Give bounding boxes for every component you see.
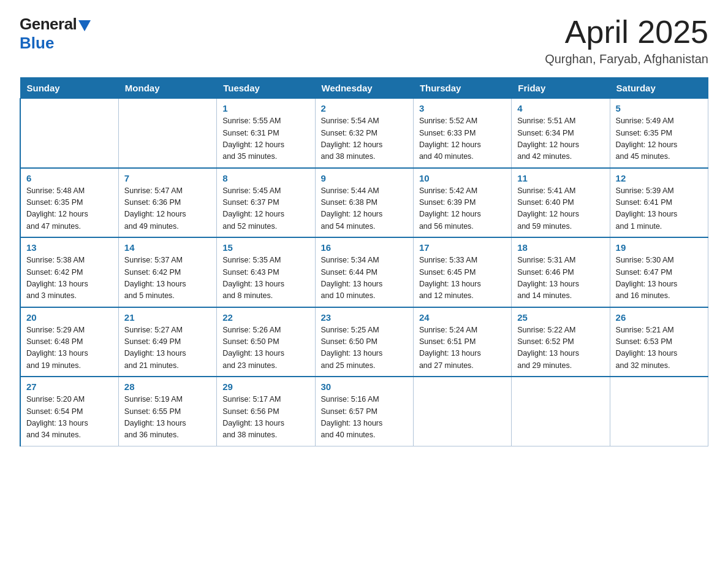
- calendar-cell: 23Sunrise: 5:25 AM Sunset: 6:50 PM Dayli…: [315, 307, 413, 377]
- day-info: Sunrise: 5:27 AM Sunset: 6:49 PM Dayligh…: [124, 324, 211, 372]
- calendar-row: 27Sunrise: 5:20 AM Sunset: 6:54 PM Dayli…: [20, 377, 708, 446]
- day-info: Sunrise: 5:39 AM Sunset: 6:41 PM Dayligh…: [616, 185, 702, 233]
- day-info: Sunrise: 5:51 AM Sunset: 6:34 PM Dayligh…: [517, 115, 604, 163]
- calendar-cell: [118, 99, 216, 168]
- calendar-cell: 5Sunrise: 5:49 AM Sunset: 6:35 PM Daylig…: [610, 99, 708, 168]
- calendar-cell: 7Sunrise: 5:47 AM Sunset: 6:36 PM Daylig…: [118, 168, 216, 238]
- calendar-table: SundayMondayTuesdayWednesdayThursdayFrid…: [20, 77, 708, 446]
- day-number: 26: [616, 312, 702, 323]
- calendar-cell: 1Sunrise: 5:55 AM Sunset: 6:31 PM Daylig…: [217, 99, 315, 168]
- day-number: 6: [26, 173, 113, 183]
- day-number: 27: [26, 381, 113, 392]
- calendar-cell: 25Sunrise: 5:22 AM Sunset: 6:52 PM Dayli…: [512, 307, 610, 377]
- calendar-row: 13Sunrise: 5:38 AM Sunset: 6:42 PM Dayli…: [20, 237, 708, 307]
- col-header-friday: Friday: [512, 78, 610, 99]
- day-info: Sunrise: 5:49 AM Sunset: 6:35 PM Dayligh…: [616, 115, 702, 163]
- day-number: 28: [124, 381, 211, 392]
- calendar-cell: 10Sunrise: 5:42 AM Sunset: 6:39 PM Dayli…: [413, 168, 511, 238]
- col-header-monday: Monday: [118, 78, 216, 99]
- day-number: 3: [419, 103, 506, 113]
- month-title: April 2025: [545, 15, 708, 50]
- calendar-row: 20Sunrise: 5:29 AM Sunset: 6:48 PM Dayli…: [20, 307, 708, 377]
- day-number: 29: [222, 381, 309, 392]
- day-number: 11: [517, 173, 604, 183]
- col-header-thursday: Thursday: [413, 78, 511, 99]
- logo: General Blue: [20, 15, 91, 53]
- logo-general-text: General: [20, 15, 77, 34]
- day-info: Sunrise: 5:38 AM Sunset: 6:42 PM Dayligh…: [26, 255, 113, 302]
- day-info: Sunrise: 5:45 AM Sunset: 6:37 PM Dayligh…: [222, 185, 309, 233]
- day-info: Sunrise: 5:52 AM Sunset: 6:33 PM Dayligh…: [419, 115, 506, 163]
- day-info: Sunrise: 5:17 AM Sunset: 6:56 PM Dayligh…: [222, 394, 309, 442]
- day-number: 2: [321, 103, 408, 113]
- day-info: Sunrise: 5:30 AM Sunset: 6:47 PM Dayligh…: [616, 255, 702, 302]
- day-info: Sunrise: 5:34 AM Sunset: 6:44 PM Dayligh…: [321, 255, 408, 302]
- day-number: 8: [222, 173, 309, 183]
- calendar-cell: 8Sunrise: 5:45 AM Sunset: 6:37 PM Daylig…: [217, 168, 315, 238]
- logo-blue-text: Blue: [20, 34, 54, 53]
- calendar-cell: 19Sunrise: 5:30 AM Sunset: 6:47 PM Dayli…: [610, 237, 708, 307]
- calendar-cell: 11Sunrise: 5:41 AM Sunset: 6:40 PM Dayli…: [512, 168, 610, 238]
- calendar-cell: 27Sunrise: 5:20 AM Sunset: 6:54 PM Dayli…: [20, 377, 118, 446]
- calendar-cell: [413, 377, 511, 446]
- day-number: 21: [124, 312, 211, 323]
- day-info: Sunrise: 5:22 AM Sunset: 6:52 PM Dayligh…: [517, 324, 604, 372]
- col-header-sunday: Sunday: [20, 78, 118, 99]
- day-number: 1: [222, 103, 309, 113]
- calendar-cell: 6Sunrise: 5:48 AM Sunset: 6:35 PM Daylig…: [20, 168, 118, 238]
- day-number: 7: [124, 173, 211, 183]
- calendar-cell: 21Sunrise: 5:27 AM Sunset: 6:49 PM Dayli…: [118, 307, 216, 377]
- calendar-header-row: SundayMondayTuesdayWednesdayThursdayFrid…: [20, 78, 708, 99]
- day-number: 9: [321, 173, 408, 183]
- col-header-saturday: Saturday: [610, 78, 708, 99]
- day-info: Sunrise: 5:42 AM Sunset: 6:39 PM Dayligh…: [419, 185, 506, 233]
- calendar-cell: 4Sunrise: 5:51 AM Sunset: 6:34 PM Daylig…: [512, 99, 610, 168]
- day-number: 15: [222, 242, 309, 253]
- calendar-cell: 20Sunrise: 5:29 AM Sunset: 6:48 PM Dayli…: [20, 307, 118, 377]
- day-info: Sunrise: 5:41 AM Sunset: 6:40 PM Dayligh…: [517, 185, 604, 233]
- calendar-cell: 9Sunrise: 5:44 AM Sunset: 6:38 PM Daylig…: [315, 168, 413, 238]
- calendar-cell: 28Sunrise: 5:19 AM Sunset: 6:55 PM Dayli…: [118, 377, 216, 446]
- page-header: General Blue April 2025 Qurghan, Faryab,…: [20, 15, 708, 66]
- calendar-cell: [512, 377, 610, 446]
- day-info: Sunrise: 5:44 AM Sunset: 6:38 PM Dayligh…: [321, 185, 408, 233]
- calendar-row: 1Sunrise: 5:55 AM Sunset: 6:31 PM Daylig…: [20, 99, 708, 168]
- calendar-cell: 13Sunrise: 5:38 AM Sunset: 6:42 PM Dayli…: [20, 237, 118, 307]
- day-info: Sunrise: 5:54 AM Sunset: 6:32 PM Dayligh…: [321, 115, 408, 163]
- day-number: 14: [124, 242, 211, 253]
- day-info: Sunrise: 5:33 AM Sunset: 6:45 PM Dayligh…: [419, 255, 506, 302]
- calendar-cell: 22Sunrise: 5:26 AM Sunset: 6:50 PM Dayli…: [217, 307, 315, 377]
- day-number: 4: [517, 103, 604, 113]
- logo-arrow-icon: [78, 20, 91, 31]
- day-number: 18: [517, 242, 604, 253]
- day-info: Sunrise: 5:31 AM Sunset: 6:46 PM Dayligh…: [517, 255, 604, 302]
- location-title: Qurghan, Faryab, Afghanistan: [545, 52, 708, 66]
- col-header-tuesday: Tuesday: [217, 78, 315, 99]
- day-info: Sunrise: 5:35 AM Sunset: 6:43 PM Dayligh…: [222, 255, 309, 302]
- day-number: 13: [26, 242, 113, 253]
- day-info: Sunrise: 5:55 AM Sunset: 6:31 PM Dayligh…: [222, 115, 309, 163]
- day-number: 24: [419, 312, 506, 323]
- calendar-cell: 30Sunrise: 5:16 AM Sunset: 6:57 PM Dayli…: [315, 377, 413, 446]
- day-number: 20: [26, 312, 113, 323]
- calendar-cell: 24Sunrise: 5:24 AM Sunset: 6:51 PM Dayli…: [413, 307, 511, 377]
- day-info: Sunrise: 5:48 AM Sunset: 6:35 PM Dayligh…: [26, 185, 113, 233]
- calendar-cell: 12Sunrise: 5:39 AM Sunset: 6:41 PM Dayli…: [610, 168, 708, 238]
- calendar-cell: 17Sunrise: 5:33 AM Sunset: 6:45 PM Dayli…: [413, 237, 511, 307]
- day-number: 10: [419, 173, 506, 183]
- calendar-cell: 16Sunrise: 5:34 AM Sunset: 6:44 PM Dayli…: [315, 237, 413, 307]
- calendar-cell: 3Sunrise: 5:52 AM Sunset: 6:33 PM Daylig…: [413, 99, 511, 168]
- day-info: Sunrise: 5:24 AM Sunset: 6:51 PM Dayligh…: [419, 324, 506, 372]
- day-info: Sunrise: 5:26 AM Sunset: 6:50 PM Dayligh…: [222, 324, 309, 372]
- day-info: Sunrise: 5:29 AM Sunset: 6:48 PM Dayligh…: [26, 324, 113, 372]
- day-number: 25: [517, 312, 604, 323]
- day-number: 5: [616, 103, 702, 113]
- calendar-cell: [20, 99, 118, 168]
- day-info: Sunrise: 5:47 AM Sunset: 6:36 PM Dayligh…: [124, 185, 211, 233]
- day-number: 22: [222, 312, 309, 323]
- day-info: Sunrise: 5:25 AM Sunset: 6:50 PM Dayligh…: [321, 324, 408, 372]
- day-info: Sunrise: 5:19 AM Sunset: 6:55 PM Dayligh…: [124, 394, 211, 442]
- calendar-row: 6Sunrise: 5:48 AM Sunset: 6:35 PM Daylig…: [20, 168, 708, 238]
- day-info: Sunrise: 5:16 AM Sunset: 6:57 PM Dayligh…: [321, 394, 408, 442]
- day-number: 23: [321, 312, 408, 323]
